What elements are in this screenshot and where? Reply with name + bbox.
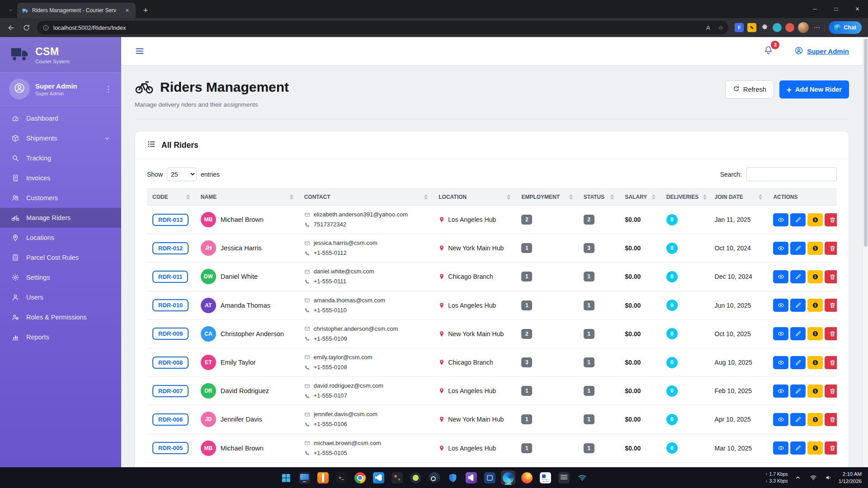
delete-rider-button[interactable] — [825, 213, 837, 226]
column-header-salary[interactable]: SALARY — [619, 189, 661, 206]
sidebar-item-tracking[interactable]: Tracking — [0, 148, 121, 168]
desktop-app-icon[interactable] — [297, 470, 311, 485]
delete-rider-button[interactable] — [825, 242, 837, 255]
start-button[interactable] — [278, 470, 293, 485]
delete-rider-button[interactable] — [825, 385, 837, 398]
entries-select[interactable]: 25 — [167, 167, 197, 181]
extension-icon[interactable] — [773, 23, 782, 32]
search-input[interactable] — [746, 167, 837, 181]
rider-salary-button[interactable] — [807, 385, 823, 398]
word-icon[interactable] — [538, 470, 552, 485]
sidebar-item-settings[interactable]: Settings — [0, 267, 121, 287]
network-monitor-icon[interactable] — [575, 470, 590, 485]
user-menu-link[interactable]: Super Admin — [794, 46, 849, 56]
rider-salary-button[interactable] — [807, 327, 823, 340]
wifi-icon[interactable] — [808, 467, 819, 488]
edit-rider-button[interactable] — [790, 441, 806, 455]
browser-tab[interactable]: Riders Management - Courier Serv ✕ — [17, 3, 136, 18]
delete-rider-button[interactable] — [825, 413, 837, 426]
favorite-star-icon[interactable]: ☆ — [715, 22, 726, 33]
terminal-icon[interactable]: >_ — [334, 470, 349, 485]
tab-search-button[interactable] — [4, 3, 17, 18]
profile-menu-icon[interactable]: ⋮ — [104, 84, 112, 94]
column-header-status[interactable]: STATUS — [578, 189, 620, 206]
extension-icon[interactable]: ✎ — [747, 23, 756, 32]
view-rider-button[interactable] — [773, 270, 788, 283]
rider-salary-button[interactable] — [807, 213, 823, 226]
extensions-puzzle-icon[interactable] — [760, 23, 769, 32]
rider-salary-button[interactable] — [807, 299, 823, 312]
delete-rider-button[interactable] — [825, 441, 837, 455]
visual-studio-icon[interactable] — [464, 470, 478, 485]
read-aloud-icon[interactable]: A — [702, 22, 714, 33]
view-rider-button[interactable] — [773, 327, 788, 340]
hidden-icons-chevron-icon[interactable] — [793, 467, 803, 488]
windows-security-icon[interactable] — [445, 470, 460, 485]
column-header-contact[interactable]: CONTACT — [299, 189, 434, 206]
delete-rider-button[interactable] — [825, 299, 837, 312]
obs-icon[interactable] — [390, 470, 404, 485]
view-rider-button[interactable] — [773, 299, 788, 312]
view-rider-button[interactable] — [773, 413, 788, 426]
vscode-icon[interactable] — [371, 470, 386, 485]
rider-salary-button[interactable] — [807, 242, 823, 255]
edge-icon[interactable] — [501, 470, 515, 485]
notepad-icon[interactable] — [557, 470, 571, 485]
site-info-icon[interactable] — [42, 24, 49, 31]
menu-toggle-button[interactable] — [135, 46, 145, 56]
delete-rider-button[interactable] — [825, 327, 837, 340]
sidebar-item-roles-permissions[interactable]: Roles & Permissions — [0, 307, 121, 327]
view-rider-button[interactable] — [773, 385, 788, 398]
rider-salary-button[interactable] — [807, 441, 823, 455]
add-new-rider-button[interactable]: + Add New Rider — [779, 80, 849, 99]
taskbar-clock[interactable]: 2:10 AM 1/12/2026 — [839, 470, 862, 485]
view-rider-button[interactable] — [773, 356, 788, 369]
edit-rider-button[interactable] — [790, 299, 806, 312]
rider-salary-button[interactable] — [807, 356, 823, 369]
maximize-button[interactable]: □ — [826, 0, 847, 18]
steam-icon[interactable] — [427, 470, 441, 485]
delete-rider-button[interactable] — [825, 270, 837, 283]
rider-salary-button[interactable] — [807, 413, 823, 426]
sidebar-item-users[interactable]: Users — [0, 287, 121, 307]
extension-icon[interactable] — [785, 23, 794, 32]
close-button[interactable]: ✕ — [847, 0, 868, 18]
column-header-code[interactable]: CODE — [147, 189, 195, 206]
sidebar-item-dashboard[interactable]: Dashboard — [0, 108, 121, 128]
back-button[interactable] — [5, 21, 17, 34]
tab-close-icon[interactable]: ✕ — [123, 7, 131, 14]
browser-profile-avatar[interactable] — [798, 22, 809, 33]
edit-rider-button[interactable] — [790, 213, 806, 226]
edit-rider-button[interactable] — [790, 327, 806, 340]
delete-rider-button[interactable] — [825, 356, 837, 369]
sidebar-item-invoices[interactable]: Invoices — [0, 168, 121, 188]
notifications-button[interactable]: 3 — [763, 45, 774, 57]
refresh-button[interactable]: Refresh — [725, 80, 774, 99]
sidebar-item-customers[interactable]: Customers — [0, 188, 121, 208]
minimize-button[interactable]: ─ — [804, 0, 826, 18]
column-header-deliveries[interactable]: DELIVERIES — [661, 189, 709, 206]
column-header-join-date[interactable]: JOIN DATE — [709, 189, 768, 206]
sidebar-item-locations[interactable]: Locations — [0, 228, 121, 248]
sidebar-item-parcel-cost-rules[interactable]: Parcel Cost Rules — [0, 248, 121, 267]
chat-button[interactable]: Chat — [829, 21, 862, 34]
edit-rider-button[interactable] — [790, 270, 806, 283]
sidebar-item-manage-riders[interactable]: Manage Riders — [0, 208, 121, 228]
view-rider-button[interactable] — [773, 213, 788, 226]
volume-icon[interactable] — [823, 467, 834, 488]
column-header-name[interactable]: NAME — [195, 189, 299, 206]
page-scrollbar[interactable] — [863, 37, 868, 467]
photos-app-icon[interactable] — [316, 470, 330, 485]
rider-salary-button[interactable] — [807, 270, 823, 283]
firefox-icon[interactable] — [519, 470, 534, 485]
new-tab-button[interactable]: + — [139, 4, 152, 17]
edit-rider-button[interactable] — [790, 385, 806, 398]
sidebar-item-shipments[interactable]: Shipments — [0, 128, 121, 148]
column-header-employment[interactable]: EMPLOYMENT — [516, 189, 578, 206]
view-rider-button[interactable] — [773, 441, 788, 455]
address-bar[interactable]: localhost:5002/Riders/Index A ☆ — [37, 21, 728, 34]
reload-button[interactable] — [20, 21, 33, 34]
view-rider-button[interactable] — [773, 242, 788, 255]
scrollbar-thumb[interactable] — [864, 39, 868, 247]
spotify-icon[interactable] — [408, 470, 423, 485]
